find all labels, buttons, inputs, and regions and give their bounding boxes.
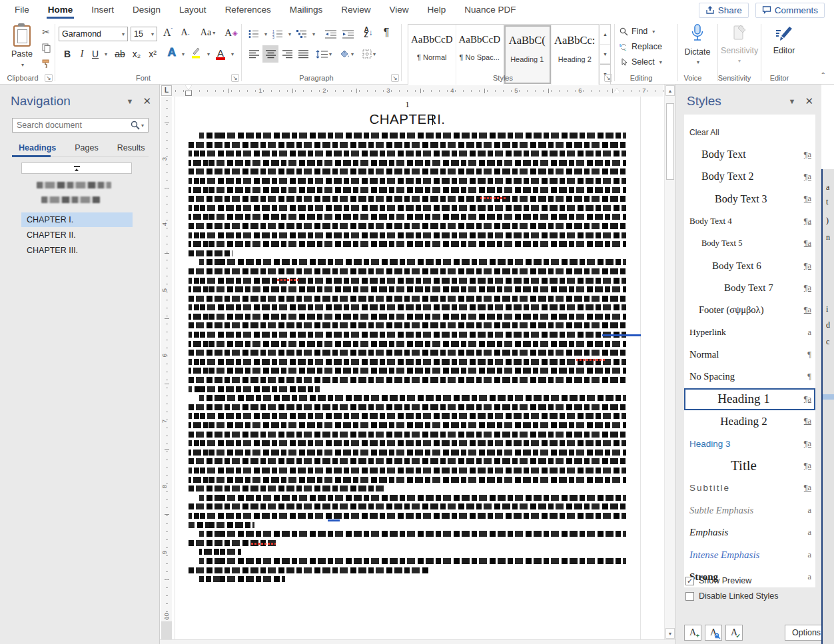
right-indent-marker[interactable]	[614, 88, 620, 93]
clear-formatting-button[interactable]: A◈	[222, 25, 240, 40]
disable-linked-row[interactable]: Disable Linked Styles	[685, 591, 779, 601]
document-page[interactable]: 1 CHAPTER I.	[175, 97, 641, 639]
text-effects-button[interactable]: A	[165, 45, 179, 60]
styles-gallery-up[interactable]: ▲	[600, 25, 610, 45]
style-item[interactable]: No Spacing ¶	[684, 366, 815, 388]
ribbon-tab[interactable]: References	[217, 1, 279, 19]
highlight-dropdown[interactable]: ▾	[204, 47, 212, 61]
styles-gallery-down[interactable]: ▼	[600, 45, 610, 65]
underline-dropdown[interactable]: ▾	[101, 47, 109, 61]
style-item[interactable]: Subtitle ¶a	[684, 477, 815, 499]
redacted-heading-item[interactable]	[37, 182, 111, 188]
tab-stop-selector[interactable]: L	[161, 85, 172, 96]
navigation-tab[interactable]: Headings	[12, 141, 63, 157]
dictate-dropdown[interactable]: ▾	[697, 59, 699, 65]
font-color-button[interactable]: A	[214, 45, 226, 60]
ribbon-tab[interactable]: Insert	[83, 1, 122, 19]
line-spacing-button[interactable]: ▾	[314, 47, 333, 61]
style-item[interactable]: Body Text 2 ¶a	[684, 166, 815, 188]
style-item[interactable]: Body Text 3 ¶a	[684, 188, 815, 210]
shrink-font-button[interactable]: Aˇ	[177, 25, 193, 40]
align-left-button[interactable]	[246, 47, 261, 61]
style-item[interactable]: Emphasis a	[684, 521, 815, 543]
scroll-down-arrow[interactable]: ▼	[665, 628, 675, 639]
style-item[interactable]: Title ¶a	[684, 455, 815, 477]
ribbon-tab[interactable]: Help	[420, 1, 454, 19]
ribbon-tab[interactable]: File	[7, 1, 37, 19]
clipboard-dialog-launcher[interactable]: ↘	[45, 74, 53, 82]
shading-button[interactable]: ▾	[337, 47, 356, 61]
collapse-ribbon-button[interactable]: ⌃	[821, 71, 826, 79]
horizontal-ruler[interactable]: 1234567	[172, 85, 663, 97]
justify-button[interactable]	[296, 47, 310, 61]
editor-button[interactable]: Editor	[766, 24, 802, 55]
ribbon-tab[interactable]: Review	[333, 1, 378, 19]
numbering-dropdown[interactable]: ▾	[285, 27, 293, 41]
style-item[interactable]: Body Text 6 ¶a	[684, 254, 815, 276]
style-item[interactable]: Body Text 7 ¶a	[684, 277, 815, 299]
font-family-combo[interactable]: Garamond▾	[59, 27, 128, 41]
search-icon[interactable]	[131, 121, 140, 130]
manage-styles-button[interactable]: A✓	[725, 625, 743, 641]
disable-linked-checkbox[interactable]	[685, 592, 694, 601]
style-item[interactable]: Body Text ¶a	[684, 143, 815, 165]
format-painter-button[interactable]	[39, 57, 53, 71]
font-color-dropdown[interactable]: ▾	[228, 47, 236, 61]
style-item[interactable]: Hyperlink a	[684, 322, 815, 344]
replace-button[interactable]: bc Replace	[620, 42, 662, 51]
styles-dialog-launcher[interactable]: ↘	[604, 74, 612, 82]
ribbon-tab[interactable]: Design	[125, 1, 169, 19]
styles-pane-dropdown[interactable]: ▼	[789, 97, 796, 105]
align-center-button[interactable]	[262, 45, 278, 63]
style-item[interactable]: Normal ¶	[684, 344, 815, 366]
bold-button[interactable]: B	[61, 47, 73, 61]
ribbon-tab[interactable]: Layout	[171, 1, 214, 19]
redacted-heading-item[interactable]	[41, 196, 100, 203]
find-button[interactable]: Find▾	[620, 27, 655, 36]
heading-item[interactable]: CHAPTER III.	[21, 243, 133, 258]
jump-to-top-button[interactable]	[21, 162, 132, 174]
show-preview-row[interactable]: ✓ Show Preview	[685, 576, 751, 585]
decrease-indent-button[interactable]	[322, 27, 338, 41]
subscript-button[interactable]: x₂	[129, 47, 144, 61]
copy-button[interactable]	[39, 41, 53, 55]
paste-button[interactable]: Paste ▾	[7, 25, 37, 73]
strikethrough-button[interactable]: ab	[112, 47, 128, 61]
scrollbar-thumb[interactable]	[666, 103, 674, 180]
multilevel-list-button[interactable]	[294, 27, 309, 41]
style-item[interactable]: Subtle Emphasis a	[684, 499, 815, 521]
document-canvas[interactable]: 1 CHAPTER I.	[172, 97, 663, 639]
highlight-button[interactable]	[189, 45, 203, 60]
multilevel-dropdown[interactable]: ▾	[309, 27, 317, 41]
style-item[interactable]: Body Text 5 ¶a	[684, 232, 815, 254]
share-button[interactable]: Share	[699, 3, 749, 18]
style-item[interactable]: Body Text 4 ¶a	[684, 210, 815, 232]
left-indent-marker[interactable]	[185, 91, 192, 96]
search-input[interactable]	[17, 121, 131, 130]
style-inspector-button[interactable]: A🜁	[705, 625, 722, 641]
paste-dropdown[interactable]: ▾	[21, 62, 24, 68]
superscript-button[interactable]: x²	[145, 47, 160, 61]
text-effects-dropdown[interactable]: ▾	[179, 47, 187, 61]
show-hide-pilcrow-button[interactable]: ¶	[380, 25, 393, 40]
search-document-box[interactable]: ▾	[12, 118, 149, 133]
vertical-ruler[interactable]: 345678910	[161, 97, 172, 639]
styles-pane-close-icon[interactable]: ✕	[805, 95, 813, 107]
change-case-button[interactable]: Aa▾	[197, 25, 218, 40]
font-dialog-launcher[interactable]: ↘	[231, 74, 239, 82]
ribbon-tab[interactable]: View	[381, 1, 416, 19]
vertical-scrollbar[interactable]: ▲ ▼	[664, 85, 675, 639]
style-item[interactable]: Footer (σψμβολ) ¶a	[684, 299, 815, 321]
navigation-close-icon[interactable]: ✕	[143, 95, 151, 107]
bullets-button[interactable]	[246, 27, 261, 41]
bullets-dropdown[interactable]: ▾	[261, 27, 269, 41]
search-options-dropdown[interactable]: ▾	[141, 123, 144, 129]
new-style-button[interactable]: A+	[684, 625, 701, 641]
heading-item[interactable]: CHAPTER II.	[21, 228, 133, 242]
style-item[interactable]: Heading 2 ¶a	[684, 410, 815, 432]
style-item[interactable]: Intense Emphasis a	[684, 543, 815, 565]
ribbon-tab[interactable]: Mailings	[282, 1, 331, 19]
numbering-button[interactable]: 123	[270, 27, 285, 41]
style-item[interactable]: Clear All	[684, 121, 815, 143]
cut-button[interactable]: ✂	[39, 25, 53, 39]
